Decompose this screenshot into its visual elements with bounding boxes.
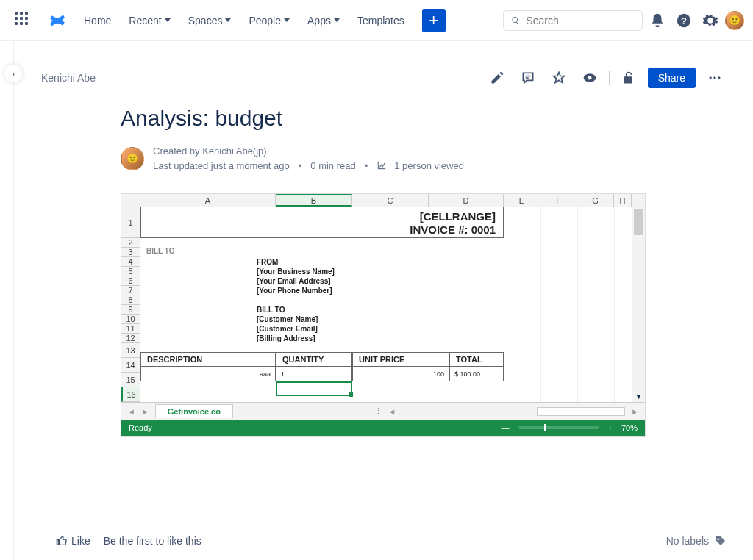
- col-header-f[interactable]: F: [540, 194, 577, 207]
- nav-home-label: Home: [84, 15, 111, 26]
- label-icon[interactable]: [715, 535, 727, 547]
- read-time: 0 min read: [310, 159, 355, 173]
- row-header[interactable]: 8: [121, 295, 140, 305]
- nav-people-label: People: [249, 15, 281, 26]
- notifications-icon[interactable]: [646, 9, 669, 32]
- cell-quantity[interactable]: 1: [276, 367, 352, 381]
- zoom-slider[interactable]: [518, 426, 599, 429]
- scrollbar-thumb[interactable]: [634, 209, 643, 235]
- nav-spaces[interactable]: Spaces: [181, 10, 239, 31]
- col-header-a[interactable]: A: [140, 194, 276, 207]
- create-button[interactable]: +: [422, 9, 446, 32]
- nav-recent[interactable]: Recent: [121, 10, 177, 31]
- share-button[interactable]: Share: [648, 68, 696, 88]
- byline: 🙂 Created by Kenichi Abe(jp) Last update…: [121, 144, 727, 173]
- more-actions-icon[interactable]: [703, 66, 727, 90]
- gridline: [504, 207, 504, 402]
- like-button[interactable]: Like: [56, 535, 90, 547]
- cell-unit-price[interactable]: 100: [352, 367, 449, 381]
- row-header[interactable]: 7: [121, 286, 140, 295]
- nav-templates-label: Templates: [357, 15, 404, 26]
- cell-grid[interactable]: [CELLRANGE] INVOICE #: 0001 BILL TO FROM…: [140, 207, 632, 402]
- help-icon[interactable]: ?: [672, 9, 696, 32]
- row-header[interactable]: 10: [121, 315, 140, 324]
- cell-total[interactable]: $ 100.00: [449, 367, 504, 381]
- row-header[interactable]: 5: [121, 267, 140, 276]
- app-switcher-icon[interactable]: [9, 6, 38, 35]
- tab-next-icon[interactable]: ►: [141, 407, 149, 416]
- search-icon: [511, 15, 520, 26]
- th-total[interactable]: TOTAL: [449, 352, 504, 367]
- no-labels-text: No labels: [666, 535, 709, 547]
- row-header[interactable]: 9: [121, 305, 140, 315]
- edit-icon[interactable]: [485, 66, 509, 90]
- star-icon[interactable]: [547, 66, 571, 90]
- settings-icon[interactable]: [699, 9, 722, 32]
- like-label: Like: [71, 535, 90, 547]
- nav-people[interactable]: People: [241, 10, 297, 31]
- chevron-down-icon: [165, 18, 171, 22]
- svg-point-6: [718, 76, 720, 79]
- row-header[interactable]: 3: [121, 248, 140, 257]
- comment-icon[interactable]: [516, 66, 540, 90]
- profile-avatar[interactable]: 🙂: [725, 11, 744, 30]
- row-header[interactable]: 14: [121, 358, 140, 373]
- col-header-c[interactable]: C: [352, 194, 429, 207]
- sheet-tab[interactable]: Getinvoice.co: [155, 404, 233, 418]
- chevron-down-icon: [334, 18, 340, 22]
- hscroll-left-icon[interactable]: ◄: [388, 407, 396, 416]
- analytics-icon: [376, 160, 387, 170]
- zoom-level[interactable]: 70%: [621, 423, 638, 432]
- col-header-g[interactable]: G: [577, 194, 614, 207]
- horizontal-scrollbar[interactable]: [537, 407, 625, 416]
- tab-prev-icon[interactable]: ◄: [127, 407, 135, 416]
- confluence-logo-icon[interactable]: [49, 12, 66, 29]
- views-count[interactable]: 1 person viewed: [394, 159, 464, 173]
- cell-description[interactable]: aaa: [140, 367, 276, 381]
- restrictions-icon[interactable]: [617, 66, 640, 90]
- hscroll-right-icon[interactable]: ►: [631, 407, 639, 416]
- gridline: [614, 207, 615, 402]
- spreadsheet-embed[interactable]: A B C D E F G H 1 2 3 4 5 6 7 8 9 10 11 …: [121, 193, 646, 437]
- row-header[interactable]: 16: [121, 387, 140, 402]
- th-quantity[interactable]: QUANTITY: [276, 352, 352, 367]
- gridline: [577, 207, 578, 402]
- scroll-down-icon[interactable]: ▼: [632, 393, 645, 401]
- col-header-e[interactable]: E: [504, 194, 540, 207]
- separator-dot: [297, 159, 304, 173]
- select-all-corner[interactable]: [121, 194, 140, 207]
- zoom-out-icon[interactable]: —: [502, 423, 510, 432]
- row-header[interactable]: 6: [121, 276, 140, 286]
- row-header[interactable]: 13: [121, 343, 140, 358]
- zoom-in-icon[interactable]: +: [608, 423, 613, 432]
- svg-point-5: [713, 76, 715, 79]
- search-box[interactable]: [503, 10, 643, 31]
- watch-icon[interactable]: [578, 66, 602, 90]
- search-input[interactable]: [526, 15, 635, 26]
- nav-apps-label: Apps: [307, 15, 331, 26]
- th-description[interactable]: DESCRIPTION: [140, 352, 276, 367]
- vertical-scrollbar[interactable]: ▼: [632, 207, 645, 402]
- author-avatar[interactable]: 🙂: [121, 147, 144, 170]
- row-header[interactable]: 15: [121, 373, 140, 387]
- nav-templates[interactable]: Templates: [350, 10, 412, 31]
- top-nav: Home Recent Spaces People Apps Templates…: [0, 0, 753, 41]
- col-header-h[interactable]: H: [614, 194, 632, 207]
- col-header-d[interactable]: D: [429, 194, 504, 207]
- sheet-tab-bar: ◄ ► Getinvoice.co ⋮ ◄ ►: [121, 402, 645, 420]
- selected-cell[interactable]: [276, 381, 352, 396]
- invoice-header-cell[interactable]: [CELLRANGE] INVOICE #: 0001: [140, 207, 504, 238]
- th-unit-price[interactable]: UNIT PRICE: [352, 352, 449, 367]
- row-header[interactable]: 2: [121, 238, 140, 248]
- nav-home[interactable]: Home: [76, 10, 118, 31]
- col-header-b[interactable]: B: [276, 194, 352, 207]
- row-header[interactable]: 1: [121, 207, 140, 238]
- nav-apps[interactable]: Apps: [300, 10, 347, 31]
- row-header[interactable]: 4: [121, 257, 140, 267]
- zoom-thumb[interactable]: [544, 424, 546, 431]
- row-header[interactable]: 11: [121, 324, 140, 334]
- chevron-down-icon: [284, 18, 290, 22]
- row-header[interactable]: 12: [121, 334, 140, 343]
- nav-spaces-label: Spaces: [188, 15, 223, 26]
- breadcrumb[interactable]: Kenichi Abe: [41, 72, 96, 84]
